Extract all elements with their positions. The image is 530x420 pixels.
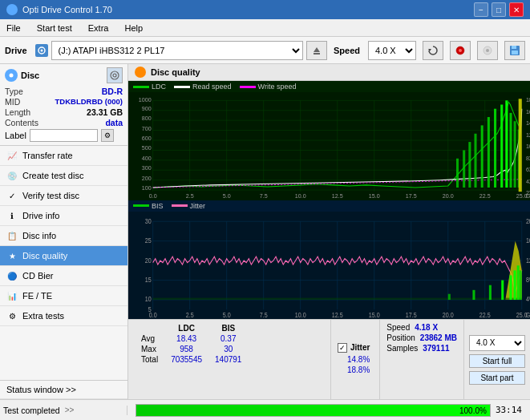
start-full-button[interactable]: Start full (469, 354, 525, 368)
type-value: BD-R (102, 87, 123, 96)
disc-panel-icon[interactable] (107, 67, 123, 83)
disc-quality-header: Disc quality (128, 64, 530, 81)
sidebar-item-status-window[interactable]: Status window >> (0, 380, 127, 399)
fe-te-icon: 📊 (6, 290, 18, 301)
disc-icon (5, 69, 18, 82)
svg-text:8X: 8X (526, 155, 530, 162)
buttons-section: 4.0 X Start full Start part (463, 320, 530, 399)
svg-rect-126 (517, 265, 520, 300)
svg-text:7.5: 7.5 (260, 192, 268, 200)
svg-point-12 (111, 71, 119, 79)
svg-rect-11 (512, 50, 518, 55)
svg-rect-119 (153, 297, 522, 299)
disc-info-label: Disc info (22, 231, 56, 240)
disc-label-row: Label ⚙ (5, 129, 123, 142)
time-display: 33:14 (496, 405, 522, 415)
position-label: Position (386, 333, 415, 342)
start-part-button[interactable]: Start part (469, 371, 525, 385)
speed-stat-label: Speed (386, 323, 410, 332)
svg-text:5.0: 5.0 (223, 311, 231, 319)
svg-text:700: 700 (142, 125, 152, 132)
svg-rect-71 (488, 117, 490, 188)
write-speed-legend-line (240, 86, 256, 88)
svg-rect-75 (509, 113, 512, 188)
svg-rect-68 (468, 142, 471, 188)
chart2-legend: BIS Jitter (128, 200, 530, 212)
transfer-rate-icon: 📈 (6, 150, 18, 161)
max-bis: 30 (208, 344, 248, 354)
svg-text:4%: 4% (526, 295, 530, 303)
speed-select[interactable]: 4.0 X (368, 41, 416, 60)
sidebar-item-disc-quality[interactable]: ★ Disc quality (0, 246, 127, 266)
position-row: Position 23862 MB (386, 333, 457, 342)
svg-text:17.5: 17.5 (406, 192, 417, 200)
disc-label-input[interactable] (30, 129, 98, 142)
svg-rect-121 (472, 289, 475, 299)
save-button[interactable] (504, 41, 525, 60)
sidebar-item-cd-bier[interactable]: 🔵 CD Bier (0, 266, 127, 286)
read-speed-legend-line (174, 86, 190, 88)
svg-text:900: 900 (142, 105, 152, 112)
svg-rect-127 (520, 270, 522, 300)
app-icon (6, 4, 18, 15)
svg-text:15.0: 15.0 (369, 311, 380, 319)
svg-text:15: 15 (145, 276, 152, 284)
write-speed-legend-label: Write speed (258, 83, 297, 91)
disc-quality-icon: ★ (6, 250, 18, 261)
menu-help[interactable]: Help (121, 22, 146, 34)
avg-bis: 0.37 (208, 333, 248, 344)
total-ldc: 7035545 (164, 354, 208, 365)
svg-text:22.5: 22.5 (479, 311, 491, 319)
menu-bar: File Start test Extra Help (0, 19, 530, 37)
red-disc-button[interactable] (450, 41, 471, 60)
minimize-button[interactable]: − (474, 2, 488, 17)
title-bar: Opti Drive Control 1.70 − □ ✕ (0, 0, 530, 19)
svg-text:500: 500 (142, 144, 152, 151)
speed-stat-value: 4.18 X (415, 323, 438, 332)
legend-bis: BIS (133, 202, 164, 210)
length-label: Length (5, 107, 30, 117)
svg-text:1000: 1000 (139, 96, 152, 103)
title-bar-controls: − □ ✕ (474, 2, 524, 17)
refresh-button[interactable] (423, 41, 443, 60)
menu-start-test[interactable]: Start test (34, 22, 75, 34)
speed-selector[interactable]: 4.0 X (469, 335, 525, 351)
chart2-svg: 30 25 20 15 10 5 20% 16% 12% 8% 4% 0.0 2… (128, 212, 530, 320)
close-button[interactable]: ✕ (509, 2, 524, 17)
sidebar-item-disc-info[interactable]: 📋 Disc info (0, 226, 127, 246)
sidebar-item-extra-tests[interactable]: ⚙ Extra tests (0, 306, 127, 326)
col-header-empty (135, 323, 164, 333)
sidebar-item-transfer-rate[interactable]: 📈 Transfer rate (0, 146, 127, 166)
svg-rect-120 (448, 293, 451, 299)
sidebar-item-drive-info[interactable]: ℹ Drive info (0, 206, 127, 226)
disc-mid-row: MID TDKBLDRBD (000) (5, 97, 123, 107)
sidebar-item-fe-te[interactable]: 📊 FE / TE (0, 286, 127, 306)
svg-text:7.5: 7.5 (260, 311, 268, 319)
drive-icon (35, 44, 48, 57)
svg-text:8%: 8% (526, 276, 530, 284)
drive-info-icon: ℹ (6, 210, 18, 221)
ldc-legend-line (133, 86, 149, 88)
samples-row: Samples 379111 (386, 344, 457, 353)
svg-text:14X: 14X (526, 119, 530, 127)
content-area: Disc quality LDC Read speed Write speed (128, 64, 530, 399)
status-arrow: >> (65, 406, 75, 414)
svg-text:6X: 6X (526, 166, 530, 173)
eject-button[interactable] (306, 41, 327, 60)
svg-text:30: 30 (145, 217, 152, 225)
svg-point-6 (459, 49, 462, 52)
samples-value: 379111 (423, 344, 449, 353)
menu-extra[interactable]: Extra (85, 22, 112, 34)
label-icon-button[interactable]: ⚙ (101, 129, 114, 142)
sidebar-item-create-test-disc[interactable]: 💿 Create test disc (0, 166, 127, 186)
blue-disc-button[interactable] (477, 41, 498, 60)
chart1-svg: 1000 900 800 700 600 500 400 300 200 100… (128, 92, 530, 200)
drive-select[interactable]: (J:) ATAPI iHBS312 2 PL17 (51, 41, 303, 60)
jitter-checkbox[interactable]: ✓ (338, 343, 347, 353)
maximize-button[interactable]: □ (492, 2, 506, 17)
menu-file[interactable]: File (3, 22, 24, 34)
svg-text:20.0: 20.0 (443, 311, 454, 319)
svg-text:100: 100 (142, 184, 152, 192)
contents-value: data (105, 118, 123, 127)
sidebar-item-verify-test-disc[interactable]: ✓ Verify test disc (0, 186, 127, 206)
